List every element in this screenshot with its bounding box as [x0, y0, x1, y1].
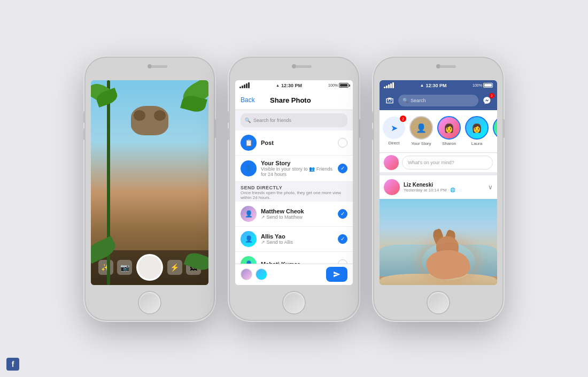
signal-indicator — [384, 82, 394, 88]
bar3 — [388, 84, 390, 88]
post-info: Post — [261, 140, 334, 146]
signal-bar-1 — [239, 87, 241, 88]
allis-name: Allis Yao — [261, 233, 334, 240]
laura-avatar: 👩 — [465, 116, 489, 140]
story-info: Your Story Visible in your story to 👥 Fr… — [261, 160, 334, 177]
fb-search-bar[interactable]: 🔍 Search — [398, 95, 478, 106]
status-time: 12:30 PM — [281, 83, 302, 88]
contact-matthew[interactable]: 👤 Matthew Cheok ↗ Send to Matthew — [235, 202, 353, 227]
phone-share: ▲ 12:30 PM 100% Back Share Photo 🔍 — [230, 58, 358, 320]
effects-button[interactable]: ✨ — [98, 260, 113, 275]
power-button[interactable] — [502, 119, 505, 138]
camera-screen: ✨ 📷 ⚡ 🖼 — [91, 80, 208, 285]
direct-label: Direct — [389, 141, 400, 145]
volume-down-button[interactable] — [83, 128, 86, 140]
flash-button[interactable]: ⚡ — [167, 260, 182, 275]
allis-checkbox[interactable] — [338, 234, 347, 244]
leo-story[interactable]: 👨 Leo — [493, 116, 497, 146]
post-label: Post — [261, 140, 334, 146]
status-bar: ▲ 12:30 PM 100% — [235, 80, 353, 91]
stories-row: ➤ 2 Direct 👤 Your Story 👩 — [380, 110, 497, 153]
post-header: Liz Keneski Yesterday at 10:14 PM · 🌐 ∨ — [380, 175, 497, 199]
share-screen: ▲ 12:30 PM 100% Back Share Photo 🔍 — [235, 80, 353, 285]
allis-info: Allis Yao ↗ Send to Allis — [261, 233, 334, 245]
share-photo-view: ▲ 12:30 PM 100% Back Share Photo 🔍 — [235, 80, 353, 285]
matthew-sub: ↗ Send to Matthew — [261, 214, 334, 220]
section-desc: Once friends open the photo, they get on… — [241, 190, 347, 200]
power-button[interactable] — [214, 119, 216, 138]
home-button[interactable] — [428, 292, 449, 313]
contact-mahati[interactable]: 👤 Mahati Kumar — [235, 252, 353, 264]
sharon-story[interactable]: 👩 Sharon — [437, 116, 461, 146]
status-center: ▲ 12:30 PM — [276, 83, 302, 88]
wifi-icon: ▲ — [276, 83, 280, 87]
post-meta: Yesterday at 10:14 PM · 🌐 — [404, 188, 484, 193]
volume-down-button[interactable] — [372, 128, 374, 140]
post-image — [380, 199, 497, 285]
your-story[interactable]: 👤 Your Story — [409, 116, 433, 146]
bar1 — [384, 87, 385, 88]
volume-up-button[interactable] — [228, 111, 230, 123]
post-checkbox[interactable] — [338, 138, 347, 148]
direct-button[interactable]: ➤ 2 — [383, 117, 405, 139]
matthew-checkbox[interactable] — [338, 209, 347, 219]
allis-sub: ↗ Send to Allis — [261, 240, 334, 245]
battery-area: 100% — [473, 83, 493, 88]
matthew-info: Matthew Cheok ↗ Send to Matthew — [261, 208, 334, 220]
story-option[interactable]: 👤 Your Story Visible in your story to 👥 … — [235, 156, 353, 182]
laura-story[interactable]: 👩 Laura — [465, 116, 489, 146]
composer-input[interactable]: What's on your mind? — [402, 156, 493, 170]
story-checkbox[interactable] — [338, 164, 347, 173]
send-icon — [333, 271, 341, 278]
flip-camera-button[interactable]: 📷 — [117, 260, 132, 275]
back-button[interactable]: Back — [241, 96, 255, 104]
volume-up-button[interactable] — [83, 111, 86, 123]
messenger-button[interactable]: 2 — [481, 95, 493, 106]
power-button[interactable] — [358, 119, 360, 138]
post-composer: What's on your mind? — [380, 153, 497, 175]
matthew-avatar: 👤 — [241, 206, 257, 222]
share-nav: Back Share Photo — [235, 91, 353, 110]
your-story-avatar: 👤 — [409, 116, 433, 140]
share-footer — [235, 264, 353, 285]
send-directly-section: SEND DIRECTLY Once friends open the phot… — [235, 182, 353, 202]
post-options-chevron[interactable]: ∨ — [488, 183, 493, 191]
phone-camera: ✨ 📷 ⚡ 🖼 — [86, 58, 214, 320]
volume-up-button[interactable] — [372, 111, 374, 123]
fb-time: 12:30 PM — [425, 83, 446, 88]
volume-down-button[interactable] — [228, 128, 230, 140]
home-button[interactable] — [139, 292, 160, 313]
search-friends-bar[interactable]: 🔍 Search for friends — [241, 113, 347, 127]
post-option[interactable]: 📋 Post — [235, 130, 353, 156]
post-user-avatar — [384, 179, 400, 195]
story-label: Your Story — [261, 160, 334, 166]
direct-story[interactable]: ➤ 2 Direct — [383, 117, 405, 145]
camera-button[interactable] — [384, 95, 396, 106]
status-center: ▲ 12:30 PM — [420, 83, 447, 88]
battery-area: 100% — [328, 83, 349, 88]
mahati-avatar: 👤 — [241, 256, 257, 264]
send-button[interactable] — [326, 267, 347, 282]
composer-avatar — [384, 155, 399, 170]
battery-fill — [484, 84, 492, 87]
post-user-info: Liz Keneski Yesterday at 10:14 PM · 🌐 — [404, 182, 484, 193]
feed-screen: ▲ 12:30 PM 100% 🔍 — [380, 80, 497, 285]
footer-avatar-2 — [256, 268, 267, 280]
battery-percent: 100% — [328, 83, 338, 87]
share-title: Share Photo — [270, 96, 311, 104]
home-button[interactable] — [283, 292, 305, 313]
sharon-label: Sharon — [442, 141, 456, 146]
signal-bar-5 — [248, 82, 250, 88]
fb-status-bar: ▲ 12:30 PM 100% — [380, 80, 497, 91]
signal-bar-4 — [246, 83, 247, 88]
contact-allis[interactable]: 👤 Allis Yao ↗ Send to Allis — [235, 227, 353, 252]
shutter-button[interactable] — [136, 254, 163, 281]
post-card: Liz Keneski Yesterday at 10:14 PM · 🌐 ∨ — [380, 175, 497, 285]
search-placeholder: Search for friends — [253, 118, 291, 123]
camera-view: ✨ 📷 ⚡ 🖼 — [91, 80, 208, 285]
sharon-avatar: 👩 — [437, 116, 461, 140]
story-icon: 👤 — [241, 160, 257, 176]
bar5 — [392, 82, 394, 88]
mahati-checkbox[interactable] — [338, 259, 347, 264]
post-icon: 📋 — [241, 135, 257, 151]
